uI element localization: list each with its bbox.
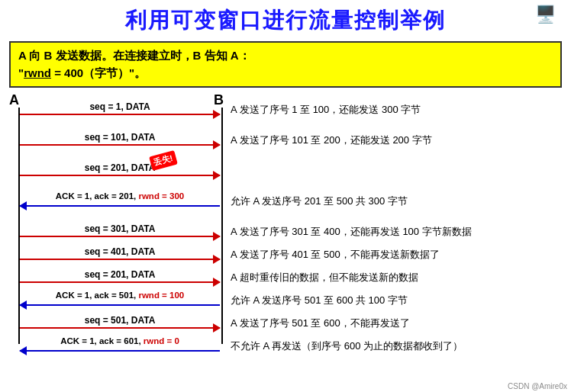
ack-label-7: ACK = 1, ack = 501, rwnd = 100	[20, 291, 220, 300]
rwnd-red-9: rwnd = 0	[144, 336, 179, 345]
desc-7: 允许 A 发送序号 501 至 600 共 100 字节	[231, 294, 408, 307]
arrow-right-0	[20, 114, 220, 115]
seq-label-6: seq = 201, DATA	[20, 269, 220, 280]
arrow-left-3	[20, 205, 220, 207]
desc-0: A 发送了序号 1 至 100，还能发送 300 字节	[231, 103, 421, 117]
info-line1: A 向 B 发送数据。在连接建立时，B 告知 A：	[18, 47, 553, 65]
info-line2: "rwnd = 400（字节）"。	[18, 65, 553, 82]
desc-5: A 发送了序号 401 至 500，不能再发送新数据了	[231, 248, 440, 262]
ack-label-3: ACK = 1, ack = 201, rwnd = 300	[20, 191, 220, 201]
seq-label-1: seq = 101, DATA	[20, 132, 220, 143]
seq-label-8: seq = 501, DATA	[20, 315, 220, 326]
title-area: 利用可变窗口进行流量控制举例 🖥️	[0, 0, 571, 38]
page-title: 利用可变窗口进行流量控制举例	[125, 8, 446, 32]
desc-1: A 发送了序号 101 至 200，还能发送 200 字节	[231, 133, 432, 147]
network-icon: 🖥️	[535, 5, 556, 24]
arrow-right-4	[20, 236, 220, 237]
rwnd-label: rwnd	[24, 66, 51, 79]
seq-label-0: seq = 1, DATA	[20, 101, 220, 112]
seq-label-2: seq = 201, DATA	[20, 162, 220, 173]
timeline-b	[221, 108, 223, 344]
arrow-left-9	[20, 350, 220, 352]
seq-label-5: seq = 401, DATA	[20, 246, 220, 257]
diagram: A B seq = 1, DATA A 发送了序号 1 至 100，还能发送 3…	[9, 92, 562, 352]
arrow-right-1	[20, 144, 220, 146]
desc-9: 不允许 A 再发送（到序号 600 为止的数据都收到了）	[231, 339, 463, 353]
desc-3: 允许 A 发送序号 201 至 500 共 300 字节	[231, 194, 408, 208]
arrow-right-2	[20, 175, 220, 176]
arrow-right-6	[20, 281, 220, 283]
seq-label-4: seq = 301, DATA	[20, 223, 220, 234]
rwnd-red-7: rwnd = 100	[138, 291, 184, 300]
desc-4: A 发送了序号 301 至 400，还能再发送 100 字节新数据	[231, 225, 472, 239]
page: 利用可变窗口进行流量控制举例 🖥️ A 向 B 发送数据。在连接建立时，B 告知…	[0, 0, 571, 392]
watermark: CSDN @Amire0x	[508, 382, 567, 390]
col-a-header: A	[9, 92, 19, 108]
desc-6: A 超时重传旧的数据，但不能发送新的数据	[231, 271, 418, 284]
ack-label-9: ACK = 1, ack = 601, rwnd = 0	[20, 336, 220, 345]
arrow-right-8	[20, 327, 220, 329]
rwnd-red-3: rwnd = 300	[138, 191, 184, 201]
arrow-right-5	[20, 259, 220, 260]
arrow-left-7	[20, 304, 220, 306]
info-box: A 向 B 发送数据。在连接建立时，B 告知 A： "rwnd = 400（字节…	[9, 41, 562, 88]
desc-8: A 发送了序号 501 至 600，不能再发送了	[231, 316, 410, 330]
